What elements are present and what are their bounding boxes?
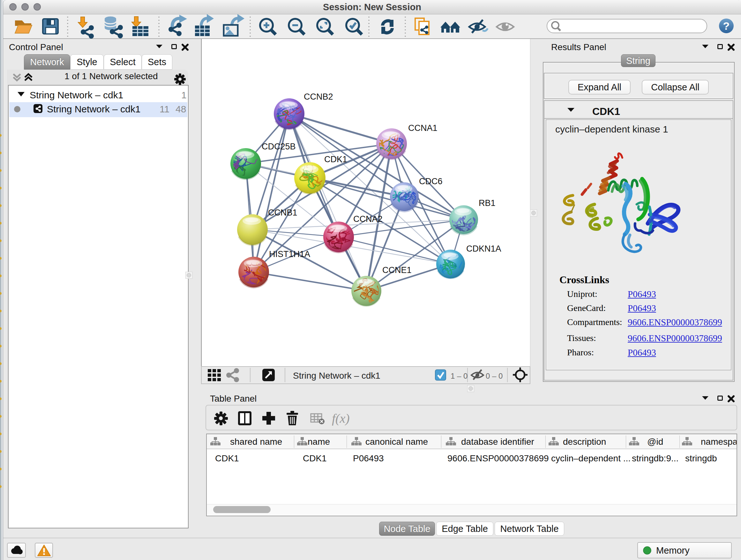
svg-text:CCNB2: CCNB2: [304, 92, 333, 102]
svg-text:CDKN1A: CDKN1A: [466, 244, 501, 253]
svg-text:CCNA1: CCNA1: [408, 123, 437, 133]
svg-text:RB1: RB1: [479, 198, 495, 208]
svg-text:CCNB1: CCNB1: [268, 208, 297, 217]
svg-text:?: ?: [723, 20, 730, 32]
svg-text:CDK1: CDK1: [324, 154, 347, 164]
svg-text:f(x): f(x): [332, 411, 350, 426]
svg-text:HIST1H1A: HIST1H1A: [269, 249, 310, 259]
svg-text:CCNE1: CCNE1: [382, 265, 412, 275]
svg-text:CDC25B: CDC25B: [262, 142, 296, 151]
svg-text:CDC6: CDC6: [419, 177, 443, 186]
svg-text:CCNA2: CCNA2: [353, 214, 383, 224]
